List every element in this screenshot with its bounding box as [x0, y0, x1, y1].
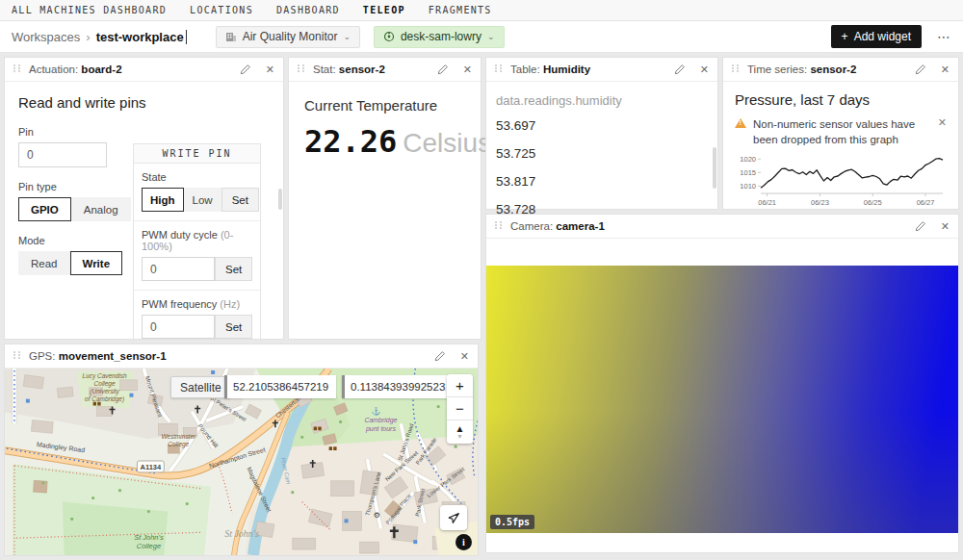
map-canvas[interactable]: A1134 Mount PleasantLucy CavendishColleg…	[5, 369, 478, 555]
drag-handle-icon[interactable]	[732, 64, 739, 75]
svg-text:06/27: 06/27	[917, 198, 935, 207]
stat-unit: Celsius	[403, 128, 491, 159]
timeseries-body: Pressure, last 7 days Non-numeric sensor…	[723, 82, 958, 216]
widget-timeseries: Time series: sensor-2 ✕ Pressure, last 7…	[722, 57, 959, 210]
map-label: ⚓	[371, 406, 380, 416]
close-icon[interactable]: ✕	[941, 64, 950, 76]
edit-pencil-icon[interactable]	[915, 64, 926, 75]
pin-type-gpio-button[interactable]: GPIO	[18, 197, 71, 221]
map-label: College	[168, 441, 189, 448]
state-set-button[interactable]: Set	[221, 188, 259, 212]
vertical-scrollbar[interactable]	[278, 189, 282, 210]
zoom-out-button[interactable]: −	[447, 397, 473, 420]
drag-handle-icon[interactable]	[13, 64, 20, 75]
edit-pencil-icon[interactable]	[437, 64, 449, 75]
satellite-toggle-button[interactable]: Satellite	[170, 376, 231, 398]
map-label: College	[137, 542, 161, 550]
map-label: St John's	[224, 528, 259, 539]
mode-write-button[interactable]: Write	[70, 251, 123, 275]
workspace-name-field[interactable]: test-workplace	[96, 30, 187, 44]
close-icon[interactable]: ✕	[460, 350, 469, 363]
compass-button[interactable]: ▲▼	[447, 420, 473, 444]
selector-group: Air Quality Monitor ⌄ desk-sam-lowry ⌄	[216, 26, 505, 48]
teleop-dashboard: ALL MACHINES DASHBOARDLOCATIONSDASHBOARD…	[0, 0, 963, 560]
timeseries-heading: Pressure, last 7 days	[735, 91, 947, 108]
actuation-heading: Read and write pins	[18, 94, 270, 111]
widget-title: Table: Humidity	[510, 64, 590, 75]
edit-pencil-icon[interactable]	[674, 64, 686, 75]
stat-value-row: 22.26 Celsius	[304, 123, 465, 160]
nav-tab-fragments[interactable]: FRAGMENTS	[429, 5, 492, 15]
building-icon	[225, 32, 237, 42]
close-icon[interactable]: ✕	[941, 220, 950, 233]
state-low-button[interactable]: Low	[184, 188, 221, 212]
map-label: St John's	[134, 533, 164, 542]
widget-gps: GPS: movement_sensor-1 ✕	[4, 344, 479, 556]
breadcrumb-workspaces[interactable]: Workspaces	[12, 30, 80, 44]
table-row: 53.697	[496, 112, 708, 140]
svg-text:1010: 1010	[740, 182, 756, 191]
pwm-duty-set-button[interactable]: Set	[215, 257, 252, 281]
widget-header: Actuation: board-2 ✕	[5, 58, 283, 82]
pressure-line-chart: 10101015102006/2106/2306/2506/27	[735, 147, 947, 209]
latitude-input[interactable]	[224, 375, 336, 398]
map-label: (University	[90, 388, 119, 395]
close-icon[interactable]: ✕	[266, 64, 274, 76]
close-icon[interactable]: ✕	[700, 64, 709, 76]
pwm-duty-input[interactable]	[142, 257, 215, 281]
map-label: Westminster	[161, 433, 196, 440]
widget-camera: Camera: camera-1 ✕ 0.5fps	[485, 214, 959, 553]
warning-triangle-icon	[735, 118, 746, 128]
pin-type-analog-button[interactable]: Analog	[71, 197, 131, 221]
mode-read-button[interactable]: Read	[18, 251, 70, 275]
longitude-input[interactable]	[342, 375, 452, 398]
breadcrumb-separator: ›	[86, 30, 90, 44]
machine-selector[interactable]: desk-sam-lowry ⌄	[374, 26, 505, 48]
nav-tab-dashboard[interactable]: DASHBOARD	[276, 5, 340, 15]
map-label: punt tours	[365, 425, 396, 433]
table-row: 53.725	[496, 140, 708, 167]
locate-button[interactable]	[440, 505, 467, 530]
drag-handle-icon[interactable]	[298, 64, 304, 75]
drag-handle-icon[interactable]	[13, 351, 20, 362]
nav-tab-locations[interactable]: LOCATIONS	[190, 5, 253, 15]
map-label: of Cambridge)	[85, 395, 124, 403]
drag-handle-icon[interactable]	[495, 221, 502, 232]
close-icon[interactable]: ✕	[463, 64, 472, 76]
nav-tab-all-machines-dashboard[interactable]: ALL MACHINES DASHBOARD	[12, 5, 167, 15]
pwm-freq-set-button[interactable]: Set	[215, 315, 252, 339]
map-label: ⚙	[374, 511, 380, 520]
edit-pencil-icon[interactable]	[434, 350, 446, 362]
svg-text:1020: 1020	[740, 155, 756, 164]
more-options-button[interactable]: ⋯	[937, 29, 951, 44]
add-widget-button[interactable]: + Add widget	[831, 25, 922, 48]
info-button[interactable]: i	[455, 534, 472, 550]
drag-handle-icon[interactable]	[495, 64, 502, 75]
zoom-controls: + − ▲▼	[447, 374, 473, 444]
table-rows: 53.69753.72553.81753.728	[496, 112, 708, 223]
chevron-down-icon: ⌄	[487, 32, 495, 41]
workspace-toolbar: Workspaces › test-workplace Air Quality …	[0, 21, 963, 53]
warning-close-icon[interactable]: ✕	[938, 116, 947, 147]
widget-title: Actuation: board-2	[29, 64, 122, 75]
pin-input[interactable]	[18, 142, 107, 167]
vertical-scrollbar[interactable]	[713, 147, 716, 189]
table-column-header: data.readings.humidity	[496, 93, 708, 108]
pwm-freq-input[interactable]	[142, 315, 215, 339]
map-label: College	[94, 380, 116, 388]
pressure-series-line	[761, 159, 943, 189]
stat-value: 22.26	[304, 123, 397, 160]
edit-pencil-icon[interactable]	[915, 220, 926, 232]
svg-text:06/21: 06/21	[758, 198, 776, 207]
nav-tab-teleop[interactable]: TELEOP	[363, 5, 405, 15]
pwm-freq-label: PWM frequency (Hz)	[142, 298, 252, 310]
chevron-down-icon: ⌄	[343, 32, 351, 41]
machine-selector-label: desk-sam-lowry	[401, 30, 482, 43]
widget-title: GPS: movement_sensor-1	[29, 350, 167, 362]
edit-pencil-icon[interactable]	[240, 64, 251, 75]
table-row: 53.817	[496, 167, 708, 195]
actuation-body: Read and write pins Pin Pin type GPIO An…	[5, 82, 283, 339]
state-high-button[interactable]: High	[142, 188, 184, 212]
fragment-selector[interactable]: Air Quality Monitor ⌄	[216, 26, 360, 48]
zoom-in-button[interactable]: +	[447, 374, 473, 397]
